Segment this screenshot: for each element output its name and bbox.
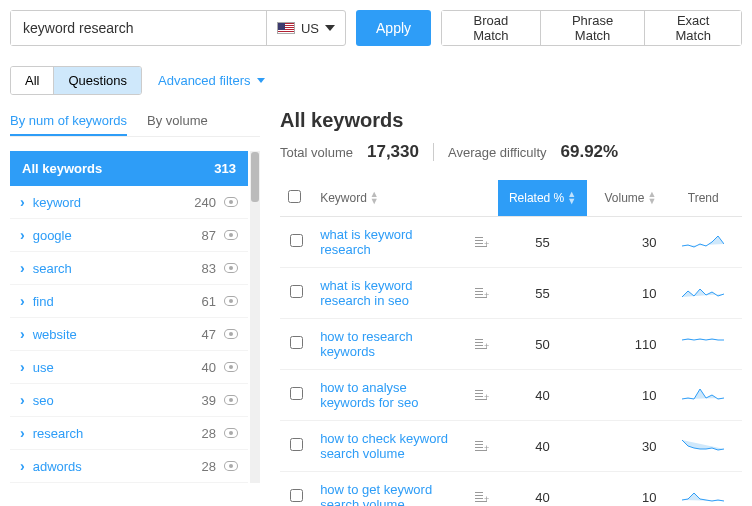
advanced-filters-label: Advanced filters [158,73,251,88]
eye-icon[interactable] [224,395,238,405]
keyword-group-name: use [33,360,182,375]
keyword-type-segment: All Questions [10,66,142,95]
keyword-group-count: 47 [182,327,216,342]
trend-sparkline [682,385,724,403]
advanced-filters-link[interactable]: Advanced filters [158,73,265,88]
eye-icon[interactable] [224,329,238,339]
volume-value: 30 [587,421,665,472]
eye-icon[interactable] [224,461,238,471]
sidebar-scrollbar[interactable] [250,151,260,483]
keyword-link[interactable]: how to get keyword search volume [312,472,467,507]
col-trend[interactable]: Trend [664,180,742,217]
keyword-group-row[interactable]: ›search83 [10,252,248,285]
segment-questions[interactable]: Questions [53,67,141,94]
add-to-list-icon[interactable] [475,337,487,349]
eye-icon[interactable] [224,362,238,372]
keyword-link[interactable]: how to research keywords [312,319,467,370]
keyword-group-row[interactable]: ›website47 [10,318,248,351]
eye-icon[interactable] [224,197,238,207]
eye-icon[interactable] [224,296,238,306]
trend-sparkline [682,487,724,505]
scrollbar-thumb[interactable] [251,152,259,202]
keyword-group-all-label: All keywords [22,161,102,176]
chevron-right-icon: › [20,293,25,309]
volume-value: 10 [587,268,665,319]
add-to-list-icon[interactable] [475,235,487,247]
row-checkbox[interactable] [290,489,303,502]
related-value: 40 [498,472,587,507]
keyword-group-row[interactable]: ›research28 [10,417,248,450]
row-checkbox[interactable] [290,285,303,298]
chevron-right-icon: › [20,194,25,210]
keyword-group-count: 83 [182,261,216,276]
related-value: 55 [498,217,587,268]
related-value: 40 [498,370,587,421]
related-value: 40 [498,421,587,472]
keyword-group-count: 61 [182,294,216,309]
keyword-group-all[interactable]: All keywords 313 [10,151,248,186]
keyword-link[interactable]: how to analyse keywords for seo [312,370,467,421]
chevron-right-icon: › [20,392,25,408]
tab-by-num-keywords[interactable]: By num of keywords [10,107,127,136]
table-row: how to research keywords50110 [280,319,742,370]
keyword-link[interactable]: how to check keyword search volume [312,421,467,472]
broad-match-button[interactable]: Broad Match [442,11,541,45]
row-checkbox[interactable] [290,234,303,247]
chevron-right-icon: › [20,458,25,474]
tab-by-volume[interactable]: By volume [147,107,208,136]
add-to-list-icon[interactable] [475,439,487,451]
row-checkbox[interactable] [290,336,303,349]
chevron-right-icon: › [20,326,25,342]
keyword-link[interactable]: what is keyword research [312,217,467,268]
row-checkbox[interactable] [290,438,303,451]
sort-icon: ▲▼ [567,191,576,205]
apply-button[interactable]: Apply [356,10,431,46]
col-trend-label: Trend [688,191,719,205]
country-code: US [301,21,319,36]
keyword-group-name: website [33,327,182,342]
table-row: what is keyword research5530 [280,217,742,268]
keyword-group-row[interactable]: ›use40 [10,351,248,384]
keyword-group-name: adwords [33,459,182,474]
results-table: Keyword▲▼ Related %▲▼ Volume▲▼ Trend wha… [280,180,742,506]
eye-icon[interactable] [224,428,238,438]
col-related[interactable]: Related %▲▼ [498,180,587,217]
keyword-group-row[interactable]: ›find61 [10,285,248,318]
search-input[interactable] [11,11,266,45]
results-stats: Total volume 17,330 Average difficulty 6… [280,142,742,162]
add-to-list-icon[interactable] [475,286,487,298]
eye-icon[interactable] [224,263,238,273]
phrase-match-button[interactable]: Phrase Match [541,11,646,45]
keyword-group-count: 28 [182,459,216,474]
col-volume[interactable]: Volume▲▼ [587,180,665,217]
trend-sparkline [682,436,724,454]
col-volume-label: Volume [604,191,644,205]
total-volume-value: 17,330 [367,142,419,162]
related-value: 55 [498,268,587,319]
table-row: how to analyse keywords for seo4010 [280,370,742,421]
chevron-right-icon: › [20,425,25,441]
row-checkbox[interactable] [290,387,303,400]
exact-match-button[interactable]: Exact Match [645,11,741,45]
segment-all[interactable]: All [11,67,53,94]
flag-us-icon [277,22,295,34]
keyword-group-name: find [33,294,182,309]
select-all-checkbox[interactable] [288,190,301,203]
keyword-link[interactable]: what is keyword research in seo [312,268,467,319]
avg-difficulty-label: Average difficulty [448,145,547,160]
eye-icon[interactable] [224,230,238,240]
sort-icon: ▲▼ [647,191,656,205]
trend-sparkline [682,232,724,250]
keyword-group-row[interactable]: ›adwords28 [10,450,248,483]
col-keyword[interactable]: Keyword▲▼ [312,180,467,217]
keyword-group-row[interactable]: ›seo39 [10,384,248,417]
country-select[interactable]: US [266,11,345,45]
keyword-group-row[interactable]: ›keyword240 [10,186,248,219]
keyword-group-count: 39 [182,393,216,408]
keyword-group-name: google [33,228,182,243]
add-to-list-icon[interactable] [475,490,487,502]
keyword-group-row[interactable]: ›google87 [10,219,248,252]
stats-divider [433,143,434,161]
add-to-list-icon[interactable] [475,388,487,400]
volume-value: 110 [587,319,665,370]
